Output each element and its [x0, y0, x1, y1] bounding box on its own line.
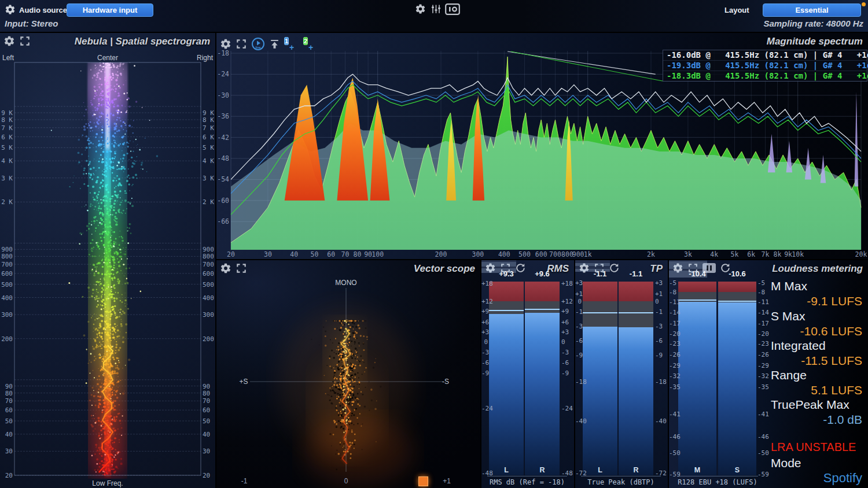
minimeters-app: Audio source Hardware input Input: Stere…	[0, 0, 868, 488]
svg-text:300: 300	[203, 311, 214, 319]
svg-text:70: 70	[341, 250, 350, 258]
svg-text:8k: 8k	[774, 250, 782, 258]
meter-peak-hold-line	[718, 301, 756, 302]
vector-scope-plot	[216, 260, 480, 488]
meter-level-fill	[619, 327, 653, 475]
meter-red-zone	[583, 282, 617, 301]
svg-text:2 K: 2 K	[1, 198, 13, 206]
meter-scale-label-left: -11	[669, 299, 676, 305]
svg-text:300: 300	[1, 311, 13, 319]
svg-text:900: 900	[1, 246, 13, 253]
svg-text:4 K: 4 K	[1, 157, 13, 165]
meter-scale-label-left: +12	[481, 298, 488, 305]
scope-scale-min: -1	[241, 477, 248, 485]
meter-level-fill	[678, 302, 716, 475]
svg-text:30: 30	[264, 250, 272, 258]
spectrum-readout-row-2: -19.3dB @ 415.5Hz (82.1 cm) | G# 4 +1cen…	[663, 61, 867, 71]
meter-scale-label-right: -72	[655, 470, 667, 476]
svg-text:3k: 3k	[684, 250, 692, 258]
rms-meter: +9.3L+9.6R+18+18+12+12+9+9+6+6+3+300-3-3…	[481, 260, 574, 488]
source-app-label: Spotify	[823, 471, 862, 486]
svg-text:2k: 2k	[647, 250, 655, 258]
meter-red-zone	[718, 282, 756, 292]
svg-text:7k: 7k	[762, 250, 770, 258]
meter-gray-zone	[619, 301, 653, 327]
meter-scale-label-left: -5	[669, 280, 676, 286]
meter-peak-hold-line	[525, 309, 560, 310]
meter-scale-label-right: +12	[561, 298, 573, 305]
meter-level-fill	[583, 327, 617, 475]
svg-text:100: 100	[372, 250, 384, 258]
svg-text:2 K: 2 K	[203, 198, 214, 206]
svg-text:-66: -66	[217, 217, 229, 225]
hardware-input-button[interactable]: Hardware input	[67, 3, 153, 17]
meter-scale-label-left: 0	[575, 298, 582, 305]
meter-scale-label-left: -50	[669, 450, 676, 456]
meter-value-label: +9.6	[525, 269, 560, 278]
meter-red-zone	[619, 282, 653, 301]
svg-text:90: 90	[5, 383, 13, 390]
audio-source-gear-icon[interactable]	[5, 4, 16, 15]
svg-text:5 K: 5 K	[203, 144, 214, 151]
meter-scale-label-left: -41	[669, 411, 676, 417]
layout-essential-button[interactable]: Essential	[763, 3, 861, 17]
svg-text:20: 20	[227, 250, 235, 258]
audio-source-label: Audio source	[19, 6, 67, 14]
svg-text:700: 700	[203, 261, 214, 268]
meter-scale-label-left: -40	[575, 418, 582, 424]
svg-text:1k: 1k	[584, 250, 592, 258]
meter-channel-label: S	[718, 466, 756, 474]
meter-scale-label-left: -46	[669, 434, 676, 440]
loudness-stat-label: TruePeak Max	[771, 398, 849, 412]
spectrum-cursor-readout: -16.0dB @ 415.5Hz (82.1 cm) | G# 4 +1cen…	[663, 50, 867, 82]
loudness-stat-label: Range	[771, 368, 807, 382]
lra-warning-label: LRA UNSTABLE	[771, 441, 856, 454]
svg-text:7 K: 7 K	[203, 124, 214, 132]
meter-scale-label-left: -6	[575, 338, 582, 344]
mixer-sliders-icon[interactable]	[431, 3, 442, 14]
meter-scale-label-left: -17	[669, 320, 676, 327]
svg-text:90: 90	[364, 250, 372, 258]
meter-scale-label-right: -48	[561, 470, 573, 476]
tp-caption: True Peak (dBTP)	[581, 476, 661, 486]
meter-scale-label-left: -9	[481, 370, 488, 376]
svg-text:500: 500	[203, 281, 214, 289]
spectrum-readout-row-1: -16.0dB @ 415.5Hz (82.1 cm) | G# 4 +1cen…	[663, 50, 867, 61]
meter-red-zone	[678, 282, 716, 292]
meter-scale-label-right: -6	[655, 338, 667, 344]
svg-text:400: 400	[498, 250, 510, 258]
svg-text:70: 70	[5, 397, 13, 405]
svg-text:90: 90	[203, 383, 210, 390]
meter-peak-hold-line	[619, 312, 653, 313]
sampling-rate-label: Sampling rate: 48000 Hz	[763, 19, 863, 28]
meter-peak-hold-line	[678, 300, 716, 301]
meter-scale-label-right: -6	[561, 360, 573, 366]
svg-text:800: 800	[1, 253, 13, 260]
io-routing-icon[interactable]	[445, 3, 460, 15]
meter-scale-label-left: -9	[575, 352, 582, 358]
meter-level-fill	[525, 313, 560, 475]
tp-meter: -1.1L-1.1R+3+3+1+100-1-1-3-3-6-6-9-9-18-…	[575, 260, 668, 488]
meter-value-label: -10.4	[678, 269, 716, 278]
svg-text:20: 20	[5, 472, 13, 479]
svg-text:6 K: 6 K	[203, 134, 214, 141]
svg-text:50: 50	[5, 417, 13, 425]
spectrum-readout-row-3: -18.3dB @ 415.5Hz (82.1 cm) | G# 4 +1cen…	[663, 71, 867, 82]
svg-text:40: 40	[5, 431, 13, 438]
svg-text:30: 30	[203, 448, 210, 455]
svg-text:6 K: 6 K	[1, 134, 13, 141]
svg-text:500: 500	[1, 281, 13, 289]
meter-scale-label-left: -29	[669, 363, 676, 369]
loudness-stat-value: -1.0 dB	[823, 413, 862, 427]
svg-text:20k: 20k	[855, 250, 867, 258]
meter-channel-label: L	[489, 466, 524, 474]
meter-scale-label-right: -24	[561, 405, 573, 412]
meter-scale-label-right: -18	[655, 379, 667, 385]
loudness-stat-label: Integrated	[771, 339, 826, 353]
svg-text:4 K: 4 K	[203, 157, 214, 165]
settings-gear-icon[interactable]	[415, 3, 426, 14]
loudness-caption: R128 EBU +18 (LUFS)	[677, 476, 758, 486]
meter-level-fill	[489, 314, 524, 476]
meter-scale-label-left: -14	[669, 309, 676, 316]
meter-scale-label-left: +3	[575, 280, 582, 286]
